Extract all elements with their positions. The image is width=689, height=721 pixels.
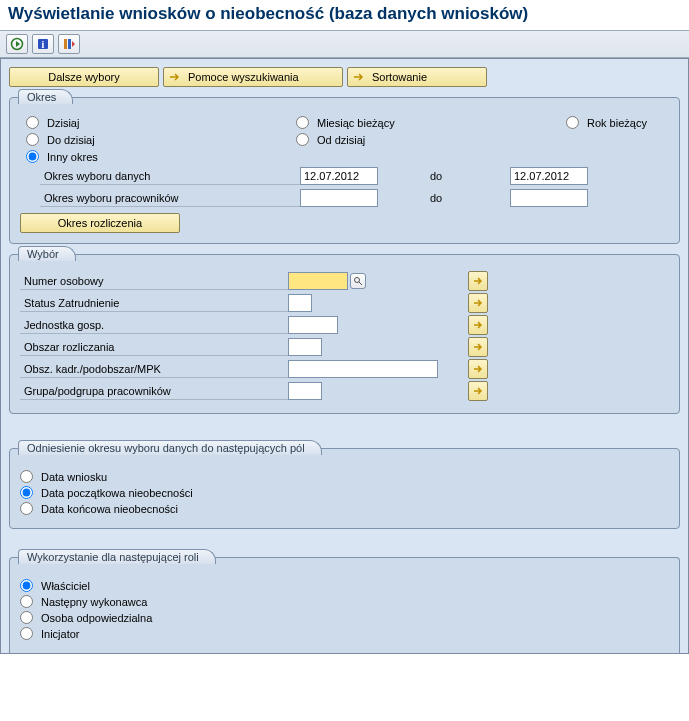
- radio-label: Miesiąc bieżący: [317, 117, 395, 129]
- radio-osoba[interactable]: Osoba odpowiedzialna: [20, 611, 669, 624]
- obszar-kadr-input[interactable]: [288, 360, 438, 378]
- radio-do-dzisiaj[interactable]: Do dzisiaj: [26, 133, 156, 146]
- radio-dzisiaj[interactable]: Dzisiaj: [26, 116, 156, 129]
- okres-radio-row-2: Do dzisiaj Od dzisiaj: [20, 133, 669, 146]
- okres-danych-label: Okres wyboru danych: [40, 168, 300, 185]
- radio-od-dzisiaj[interactable]: Od dzisiaj: [296, 133, 426, 146]
- execute-icon[interactable]: [6, 34, 28, 54]
- button-label: Sortowanie: [372, 71, 427, 83]
- radio-label: Osoba odpowiedzialna: [41, 612, 152, 624]
- arrow-icon: [352, 70, 366, 84]
- dalsze-wybory-button[interactable]: Dalsze wybory: [9, 67, 159, 87]
- group-tab: Odniesienie okresu wyboru danych do nast…: [18, 440, 322, 455]
- button-label: Okres rozliczenia: [58, 217, 142, 229]
- status-input[interactable]: [288, 294, 312, 312]
- obszar-rozl-input[interactable]: [288, 338, 322, 356]
- radio-data-pocz[interactable]: Data początkowa nieobecności: [20, 486, 669, 499]
- arrow-icon: [168, 70, 182, 84]
- radio-inny[interactable]: Inny okres: [26, 150, 156, 163]
- radio-label: Od dzisiaj: [317, 134, 365, 146]
- pomoce-button[interactable]: Pomoce wyszukiwania: [163, 67, 343, 87]
- variant-icon[interactable]: [58, 34, 80, 54]
- okres-danych-to-input[interactable]: [510, 167, 588, 185]
- radio-label: Inny okres: [47, 151, 98, 163]
- multi-select-icon[interactable]: [468, 359, 488, 379]
- do-label: do: [410, 192, 510, 204]
- radio-label: Inicjator: [41, 628, 80, 640]
- obszar-kadr-label: Obsz. kadr./podobszar/MPK: [20, 361, 288, 378]
- radio-label: Data końcowa nieobecności: [41, 503, 178, 515]
- multi-select-icon[interactable]: [468, 293, 488, 313]
- radio-data-konc[interactable]: Data końcowa nieobecności: [20, 502, 669, 515]
- radio-miesiac[interactable]: Miesiąc bieżący: [296, 116, 426, 129]
- do-label: do: [410, 170, 510, 182]
- radio-label: Data wniosku: [41, 471, 107, 483]
- multi-select-icon[interactable]: [468, 271, 488, 291]
- status-label: Status Zatrudnienie: [20, 295, 288, 312]
- group-tab: Wybór: [18, 246, 76, 261]
- jednostka-input[interactable]: [288, 316, 338, 334]
- wybor-group: Wybór Numer osobowy Status Zatrudnienie …: [9, 254, 680, 414]
- svg-line-6: [359, 282, 362, 285]
- jednostka-label: Jednostka gosp.: [20, 317, 288, 334]
- obszar-rozl-label: Obszar rozliczania: [20, 339, 288, 356]
- svg-rect-3: [64, 39, 67, 49]
- search-help-icon[interactable]: [350, 273, 366, 289]
- radio-nastepny[interactable]: Następny wykonawca: [20, 595, 669, 608]
- radio-label: Data początkowa nieobecności: [41, 487, 193, 499]
- okres-prac-to-input[interactable]: [510, 189, 588, 207]
- button-label: Dalsze wybory: [48, 71, 120, 83]
- grupa-label: Grupa/podgrupa pracowników: [20, 383, 288, 400]
- rola-group: Wykorzystanie dla następującej roli Właś…: [9, 557, 680, 653]
- app-body: Dalsze wybory Pomoce wyszukiwania Sortow…: [0, 58, 689, 654]
- radio-label: Następny wykonawca: [41, 596, 147, 608]
- okres-prac-label: Okres wyboru pracowników: [40, 190, 300, 207]
- radio-wlasciciel[interactable]: Właściciel: [20, 579, 669, 592]
- svg-point-5: [355, 278, 360, 283]
- numer-input[interactable]: [288, 272, 348, 290]
- radio-rok[interactable]: Rok bieżący: [566, 116, 689, 129]
- okres-prac-from-input[interactable]: [300, 189, 378, 207]
- numer-label: Numer osobowy: [20, 273, 288, 290]
- radio-data-wniosku[interactable]: Data wniosku: [20, 470, 669, 483]
- button-row: Dalsze wybory Pomoce wyszukiwania Sortow…: [1, 59, 688, 93]
- group-tab: Wykorzystanie dla następującej roli: [18, 549, 216, 564]
- button-label: Pomoce wyszukiwania: [188, 71, 299, 83]
- radio-label: Do dzisiaj: [47, 134, 95, 146]
- radio-label: Rok bieżący: [587, 117, 647, 129]
- info-icon[interactable]: i: [32, 34, 54, 54]
- radio-label: Właściciel: [41, 580, 90, 592]
- icon-toolbar: i: [0, 30, 689, 58]
- okres-radio-row-3: Inny okres: [20, 150, 669, 163]
- multi-select-icon[interactable]: [468, 337, 488, 357]
- group-tab: Okres: [18, 89, 73, 104]
- radio-inicjator[interactable]: Inicjator: [20, 627, 669, 640]
- okres-radio-row-1: Dzisiaj Miesiąc bieżący Rok bieżący: [20, 116, 669, 129]
- svg-rect-4: [68, 39, 71, 49]
- radio-label: Dzisiaj: [47, 117, 79, 129]
- multi-select-icon[interactable]: [468, 315, 488, 335]
- grupa-input[interactable]: [288, 382, 322, 400]
- page-title: Wyświetlanie wniosków o nieobecność (baz…: [0, 0, 689, 30]
- okres-rozliczenia-button[interactable]: Okres rozliczenia: [20, 213, 180, 233]
- multi-select-icon[interactable]: [468, 381, 488, 401]
- odniesienie-group: Odniesienie okresu wyboru danych do nast…: [9, 448, 680, 529]
- okres-danych-from-input[interactable]: [300, 167, 378, 185]
- svg-text:i: i: [42, 39, 45, 50]
- okres-group: Okres Dzisiaj Miesiąc bieżący Rok bieżąc…: [9, 97, 680, 244]
- sortowanie-button[interactable]: Sortowanie: [347, 67, 487, 87]
